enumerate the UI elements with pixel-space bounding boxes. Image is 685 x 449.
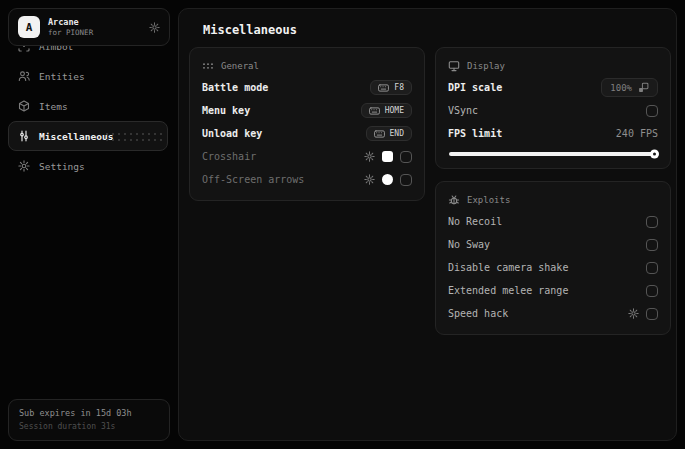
no-sway-row: No Sway (448, 233, 658, 256)
no-sway-label: No Sway (448, 239, 490, 250)
general-card-header: General (202, 56, 412, 76)
no-sway-checkbox[interactable] (646, 239, 658, 251)
gear-icon (18, 160, 30, 172)
monitor-icon (448, 60, 460, 72)
fps-limit-value: 240 FPS (616, 128, 658, 139)
speed-hack-checkbox[interactable] (646, 308, 658, 320)
extended-melee-range-checkbox[interactable] (646, 285, 658, 297)
offscreen-arrows-color-swatch[interactable] (382, 174, 393, 185)
bug-icon (448, 194, 460, 206)
box-icon (18, 100, 30, 112)
fps-slider-knob[interactable] (650, 150, 659, 159)
offscreen-arrows-config-gear-icon[interactable] (364, 174, 375, 185)
left-column: General Battle mode F8 (189, 47, 425, 201)
no-recoil-checkbox[interactable] (646, 216, 658, 228)
extended-melee-range-label: Extended melee range (448, 285, 568, 296)
speed-hack-controls (628, 308, 658, 320)
vsync-label: VSync (448, 105, 478, 116)
battle-mode-label: Battle mode (202, 82, 268, 93)
speed-hack-row: Speed hack (448, 302, 658, 325)
vsync-row: VSync (448, 99, 658, 122)
sidebar-item-label: Settings (39, 161, 85, 172)
grid-dots-icon (202, 60, 214, 72)
sidebar-nav: Aimbot Entities (0, 31, 176, 181)
dpi-scale-label: DPI scale (448, 82, 502, 93)
offscreen-arrows-checkbox[interactable] (400, 174, 412, 186)
sidebar-item-label: Miscellaneous (39, 131, 113, 142)
keybind-value: HOME (385, 106, 404, 115)
disable-camera-shake-checkbox[interactable] (646, 262, 658, 274)
sidebar-item-label: Entities (39, 71, 85, 82)
no-recoil-row: No Recoil (448, 210, 658, 233)
settings-gear-icon[interactable] (149, 22, 160, 33)
display-card-header: Display (448, 56, 658, 76)
unload-key-keybind[interactable]: END (366, 126, 412, 141)
sliders-icon (18, 130, 30, 142)
dpi-scale-row: DPI scale 100% (448, 76, 658, 99)
unload-key-label: Unload key (202, 128, 262, 139)
exploits-card: Exploits No Recoil No Sway Disable camer… (435, 181, 671, 335)
disable-camera-shake-label: Disable camera shake (448, 262, 568, 273)
dpi-scale-value: 100% (610, 83, 632, 93)
app-window: A Arcane for PIONER Category (0, 0, 685, 449)
crosshair-color-swatch[interactable] (382, 151, 393, 162)
speed-hack-label: Speed hack (448, 308, 508, 319)
sidebar-item-entities[interactable]: Entities (8, 61, 168, 91)
unload-key-row: Unload key END (202, 122, 412, 145)
crosshair-label: Crosshair (202, 151, 256, 162)
disable-camera-shake-row: Disable camera shake (448, 256, 658, 279)
exploits-card-title: Exploits (467, 195, 510, 205)
sidebar-item-miscellaneous[interactable]: Miscellaneous (8, 121, 168, 151)
battle-mode-keybind[interactable]: F8 (370, 80, 412, 95)
no-recoil-label: No Recoil (448, 216, 502, 227)
offscreen-arrows-controls (364, 174, 412, 186)
dpi-scale-selector[interactable]: 100% (601, 78, 658, 97)
keybind-value: END (390, 129, 404, 138)
sidebar-item-items[interactable]: Items (8, 91, 168, 121)
exploits-card-header: Exploits (448, 190, 658, 210)
app-name: Arcane (48, 18, 93, 27)
users-icon (18, 70, 30, 82)
offscreen-arrows-row: Off-Screen arrows (202, 168, 412, 191)
general-card-title: General (221, 61, 259, 71)
display-card-title: Display (467, 61, 505, 71)
scale-icon (638, 82, 649, 93)
brand-card: A Arcane for PIONER (8, 8, 170, 46)
right-column: Display DPI scale 100% (435, 47, 671, 335)
crosshair-controls (364, 151, 412, 163)
extended-melee-range-row: Extended melee range (448, 279, 658, 302)
sub-expires-text: Sub expires in 15d 03h (19, 408, 159, 418)
display-card: Display DPI scale 100% (435, 47, 671, 169)
keybind-value: F8 (394, 83, 404, 92)
offscreen-arrows-label: Off-Screen arrows (202, 174, 304, 185)
menu-key-row: Menu key HOME (202, 99, 412, 122)
battle-mode-row: Battle mode F8 (202, 76, 412, 99)
sidebar: A Arcane for PIONER Category (0, 0, 176, 449)
keyboard-icon (369, 107, 380, 115)
crosshair-checkbox[interactable] (400, 151, 412, 163)
brand-text: Arcane for PIONER (48, 18, 93, 37)
app-logo-letter: A (26, 21, 33, 34)
fps-limit-label: FPS limit (448, 128, 502, 139)
vsync-checkbox[interactable] (646, 105, 658, 117)
main-panel: Miscellaneous General (178, 8, 677, 441)
menu-key-label: Menu key (202, 105, 250, 116)
content-columns: General Battle mode F8 (179, 37, 676, 335)
session-duration-text: Session duration 31s (19, 422, 159, 432)
subscription-info: Sub expires in 15d 03h Session duration … (8, 399, 170, 441)
app-subtitle: for PIONER (48, 29, 93, 37)
page-title: Miscellaneous (203, 23, 676, 37)
fps-limit-slider[interactable] (449, 152, 657, 156)
keyboard-icon (378, 84, 389, 92)
crosshair-config-gear-icon[interactable] (364, 151, 375, 162)
crosshair-row: Crosshair (202, 145, 412, 168)
general-card: General Battle mode F8 (189, 47, 425, 201)
sidebar-item-settings[interactable]: Settings (8, 151, 168, 181)
speed-hack-config-gear-icon[interactable] (628, 308, 639, 319)
fps-limit-row: FPS limit 240 FPS (448, 122, 658, 145)
keyboard-icon (374, 130, 385, 138)
app-logo: A (18, 16, 40, 38)
menu-key-keybind[interactable]: HOME (361, 103, 412, 118)
sidebar-item-label: Items (39, 101, 68, 112)
